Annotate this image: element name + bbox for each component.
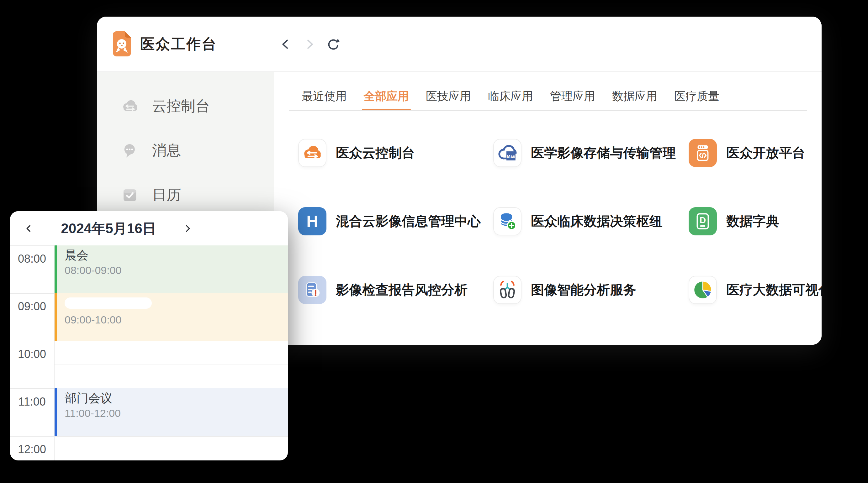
pie-chart-icon [689, 276, 717, 304]
browser-nav [278, 17, 341, 71]
app-image-ai-analysis[interactable]: 图像智能分析服务 [493, 276, 636, 304]
tabs-divider [289, 110, 807, 111]
app-label: 医疗大数据可视化 [726, 281, 822, 299]
tab-medtech-apps[interactable]: 医技应用 [426, 82, 471, 111]
calendar-panel: 2024年5月16日 08:00 09:00 10:00 11:00 12:00… [10, 211, 288, 460]
open-platform-code-icon [689, 139, 717, 167]
dictionary-d-icon: D [689, 207, 717, 235]
app-label: 医众开放平台 [726, 144, 805, 162]
refresh-icon [326, 37, 341, 52]
content-area: 最近使用 全部应用 医技应用 临床应用 管理应用 数据应用 医疗质量 [274, 72, 822, 345]
chevron-right-icon [187, 225, 189, 231]
sidebar-item-label: 日历 [152, 185, 181, 205]
message-icon [121, 142, 139, 159]
forward-icon [308, 40, 312, 48]
event-color-bar [55, 246, 57, 293]
refresh-button[interactable] [326, 37, 341, 52]
chevron-left-icon [27, 225, 30, 231]
app-big-data-visualization[interactable]: 医疗大数据可视化 [689, 276, 822, 304]
app-label: 医众云控制台 [336, 144, 415, 162]
app-label: 医学影像存储与传输管理 [531, 144, 676, 162]
app-label: 数据字典 [726, 213, 779, 230]
event-color-bar [55, 293, 57, 341]
calendar-day-grid: 08:00 09:00 10:00 11:00 12:00 晨会 08:00-0… [10, 246, 288, 460]
back-button[interactable] [278, 37, 293, 52]
app-open-platform[interactable]: 医众开放平台 [689, 139, 805, 167]
sidebar-item-label: 消息 [152, 141, 181, 160]
app-hybrid-cloud-imaging[interactable]: H 混合云影像信息管理中心 [298, 207, 481, 235]
event-color-bar [55, 388, 57, 436]
calendar-header: 2024年5月16日 [10, 211, 288, 246]
event-title: 晨会 [65, 248, 285, 263]
app-clinical-data-hub[interactable]: 医众临床数据决策枢纽 [493, 207, 662, 235]
window-header: 医众工作台 [97, 17, 822, 72]
svg-text:Mas: Mas [507, 154, 515, 159]
calendar-event-department-meeting[interactable]: 部门会议 11:00-12:00 [55, 388, 288, 436]
time-label: 11:00 [10, 395, 54, 409]
calendar-next-day-button[interactable] [178, 211, 197, 246]
time-label: 12:00 [10, 443, 54, 456]
tab-recent[interactable]: 最近使用 [302, 82, 347, 111]
cloud-console-icon [121, 97, 139, 115]
time-label: 10:00 [10, 348, 54, 361]
svg-text:D: D [700, 215, 706, 225]
event-time: 11:00-12:00 [65, 407, 285, 419]
calendar-event-redacted[interactable]: 09:00-10:00 [55, 293, 288, 341]
event-time: 09:00-10:00 [65, 314, 285, 326]
app-report-risk-analysis[interactable]: 影像检查报告风控分析 [298, 276, 468, 304]
app-data-dictionary[interactable]: D 数据字典 [689, 207, 779, 235]
sidebar-item-messages[interactable]: 消息 [121, 135, 181, 166]
app-label: 图像智能分析服务 [531, 281, 636, 299]
time-label: 09:00 [10, 300, 54, 313]
tab-data-apps[interactable]: 数据应用 [612, 82, 657, 111]
tab-all-apps[interactable]: 全部应用 [364, 82, 409, 111]
half-hour-line [54, 364, 288, 365]
calendar-event-morning-meeting[interactable]: 晨会 08:00-09:00 [55, 246, 288, 293]
tab-medical-quality[interactable]: 医疗质量 [674, 82, 719, 111]
back-icon [283, 40, 287, 48]
calendar-prev-day-button[interactable] [19, 211, 39, 246]
event-title: 部门会议 [65, 391, 285, 406]
app-cloud-console[interactable]: 医众云控制台 [298, 139, 415, 167]
calendar-icon [121, 186, 139, 204]
app-logo-icon [112, 31, 132, 57]
cloud-settings-icon [298, 139, 327, 167]
page-title: 医众工作台 [140, 17, 217, 71]
sidebar-item-label: 云控制台 [152, 97, 210, 116]
letter-h-icon: H [298, 207, 327, 235]
time-label: 08:00 [10, 252, 54, 265]
tabs-bar: 最近使用 全部应用 医技应用 临床应用 管理应用 数据应用 医疗质量 [274, 72, 822, 111]
forward-button[interactable] [302, 37, 317, 52]
app-imaging-storage[interactable]: Mas 医学影像存储与传输管理 [493, 139, 676, 167]
app-label: 混合云影像信息管理中心 [336, 213, 481, 230]
tab-management-apps[interactable]: 管理应用 [550, 82, 595, 111]
calendar-date-label: 2024年5月16日 [43, 211, 174, 246]
app-label: 医众临床数据决策枢纽 [531, 213, 662, 230]
sidebar-item-cloud-console[interactable]: 云控制台 [121, 91, 210, 122]
app-label: 影像检查报告风控分析 [336, 281, 468, 299]
database-plus-icon [493, 207, 522, 235]
sidebar-item-calendar[interactable]: 日历 [121, 179, 181, 211]
hour-line [10, 436, 288, 437]
tab-clinical-apps[interactable]: 临床应用 [488, 82, 533, 111]
event-title-redacted-pill [65, 297, 152, 309]
hour-line [10, 341, 288, 341]
cloud-mas-icon: Mas [493, 139, 522, 167]
report-warning-icon [298, 276, 327, 304]
event-time: 08:00-09:00 [65, 264, 285, 277]
lungs-icon [493, 276, 522, 304]
